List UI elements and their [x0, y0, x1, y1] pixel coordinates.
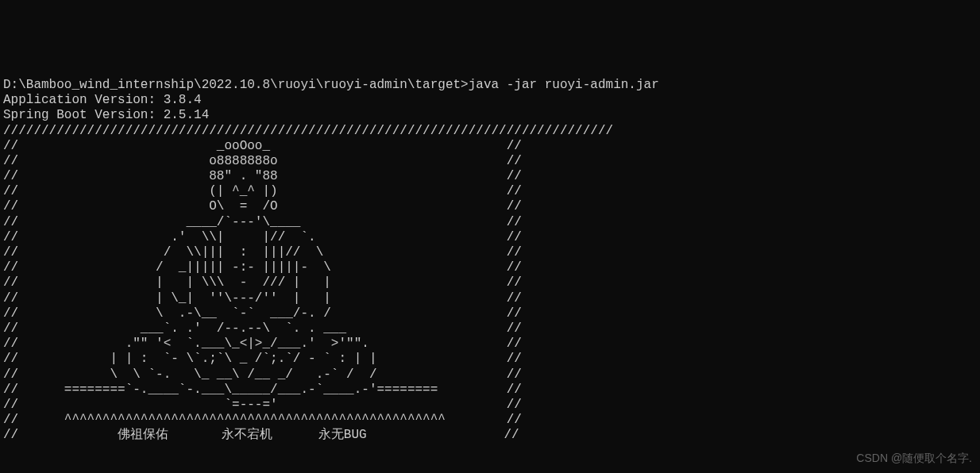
- spring-version-line: Spring Boot Version: 2.5.14: [3, 108, 209, 122]
- csdn-watermark: CSDN @随便取个名字.: [856, 452, 972, 465]
- terminal-window[interactable]: D:\Bamboo_wind_internship\2022.10.8\ruoy…: [0, 61, 980, 445]
- command-prompt-line: D:\Bamboo_wind_internship\2022.10.8\ruoy…: [3, 78, 659, 92]
- app-version-line: Application Version: 3.8.4: [3, 93, 202, 107]
- ascii-buddha-art: ////////////////////////////////////////…: [3, 124, 613, 443]
